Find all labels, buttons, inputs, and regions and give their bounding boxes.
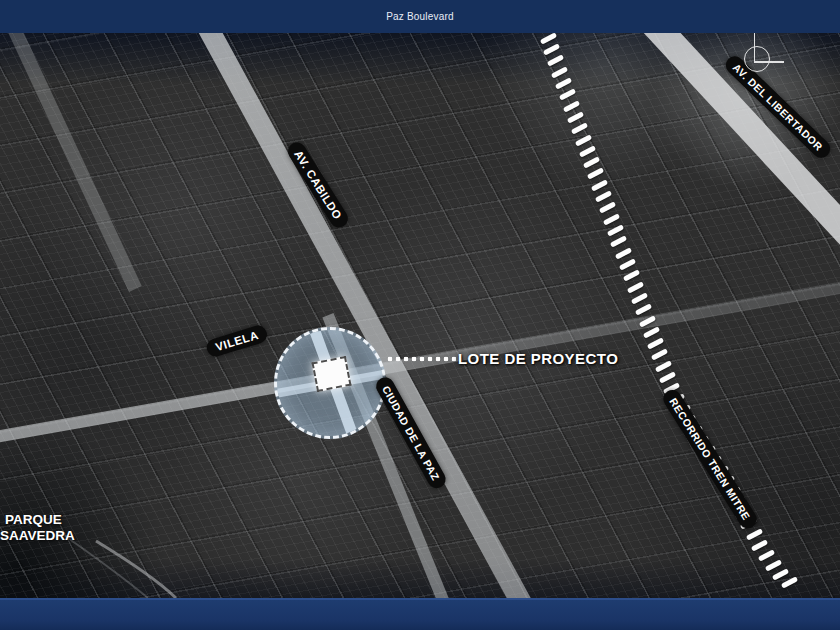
railway-dash — [583, 156, 600, 168]
railway-dash — [551, 66, 568, 78]
railway-dash — [610, 236, 627, 248]
railway-dash — [614, 247, 631, 259]
railway-dash — [595, 190, 612, 202]
railway-dash — [618, 258, 635, 270]
top-bar-title: Paz Boulevard — [386, 11, 454, 22]
park-label: PARQUE SAAVEDRA — [0, 512, 75, 544]
railway-dash — [562, 100, 579, 112]
park-label-line1: PARQUE — [5, 512, 75, 528]
railway-dash — [647, 337, 664, 349]
railway-dash — [579, 145, 596, 157]
railway-dash — [554, 77, 571, 89]
railway-dash — [543, 43, 560, 55]
railway-dash — [606, 224, 623, 236]
railway-dash — [623, 270, 640, 282]
park-label-line2: SAAVEDRA — [0, 528, 75, 544]
site-circle-highlight — [274, 327, 386, 439]
railway-dash — [587, 168, 604, 180]
railway-dash — [751, 539, 768, 551]
railway-dash — [570, 123, 587, 135]
railway-dash — [659, 371, 676, 383]
railway-dash — [651, 349, 668, 361]
bottom-bar — [0, 598, 840, 630]
leader-dots — [386, 356, 456, 362]
railway-dash — [758, 549, 775, 561]
railway-dash — [539, 33, 556, 44]
project-lot-marker — [311, 356, 351, 392]
railway-dash — [631, 292, 648, 304]
top-bar: Paz Boulevard — [0, 0, 840, 33]
railway-dash — [765, 559, 782, 571]
railway-dash — [599, 202, 616, 214]
presentation-slide: AV. CABILDO VILELA CIUDAD DE LA PAZ AV. … — [0, 0, 840, 630]
aerial-map — [0, 33, 840, 598]
railway-dash — [643, 326, 660, 338]
railway-dash — [566, 111, 583, 123]
railway-dash — [635, 304, 652, 316]
north-compass-icon — [738, 30, 788, 76]
railway-track — [0, 33, 840, 598]
railway-dash — [558, 89, 575, 101]
railway-dash — [655, 360, 672, 372]
railway-dash — [639, 315, 656, 327]
railway-dash — [746, 529, 763, 541]
railway-dash — [772, 568, 789, 580]
railway-dash — [627, 281, 644, 293]
railway-dash — [591, 179, 608, 191]
railway-dash — [547, 55, 564, 67]
railway-dash — [781, 577, 798, 589]
project-lot-label: LOTE DE PROYECTO — [458, 350, 618, 367]
railway-dash — [574, 134, 591, 146]
railway-dash — [603, 213, 620, 225]
